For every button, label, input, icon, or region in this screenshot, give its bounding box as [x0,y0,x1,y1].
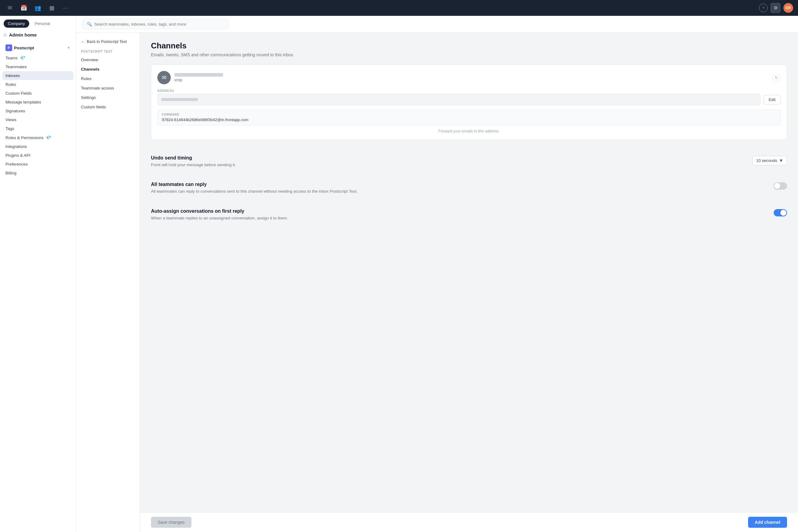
back-link[interactable]: ← Back to Postscript Test [76,37,140,46]
sidebar-item-signatures-label: Signatures [5,109,25,113]
tab-company[interactable]: Company [4,19,29,28]
address-field-group: ADDRESS Edit [157,89,781,105]
add-channel-button[interactable]: Add channel [748,517,787,528]
sub-nav-teammate-access[interactable]: Teammate access [76,83,140,93]
sub-nav-overview[interactable]: Overview [76,55,140,64]
auto-assign-toggle-knob [780,210,786,216]
sidebar-item-plugins-api[interactable]: Plugins & API [2,151,73,160]
back-link-label: Back to Postscript Test [87,39,127,44]
forward-field: FORWARD 97824-614644b2686e086f3b42@in.fr… [157,110,781,126]
collapse-channel-button[interactable]: ↻ [772,73,781,82]
sidebar-group-postscript[interactable]: P Postscript ▼ [2,42,73,53]
sidebar-item-views[interactable]: Views [2,115,73,124]
auto-assign-desc: When a teammate replies to an unassigned… [151,215,766,221]
topbar-right: ? ⚙ ER [759,3,793,13]
calendar-icon[interactable]: 📅 [19,3,28,13]
sidebar-item-tags[interactable]: Tags [2,124,73,133]
analytics-icon[interactable]: ▩ [47,3,57,13]
settings-row-all-reply-right [774,182,787,190]
gem-icon: 💎 [20,55,25,60]
forward-value: 97824-614644b2686e086f3b42@in.frontapp.c… [162,117,776,122]
sub-nav-settings[interactable]: Settings [76,93,140,102]
page-subtitle: Emails, tweets, SMS and other communicat… [151,52,787,57]
sidebar-group-name: Postscript [14,46,34,50]
channel-card: ✉ smtp ↻ ADDRESS [151,64,787,140]
sidebar-item-custom-fields[interactable]: Custom Fields [2,89,73,98]
sub-sidebar: ← Back to Postscript Test POSTSCRIPT TES… [76,33,140,532]
sidebar-item-billing[interactable]: Billing [2,169,73,177]
sub-nav-custom-fields[interactable]: Custom fields [76,102,140,112]
top-search-bar: 🔍 [76,16,798,33]
sidebar-item-integrations[interactable]: Integrations [2,142,73,151]
sub-nav-overview-label: Overview [81,58,98,62]
layout: Company Personal ⌂ Admin home P Postscri… [0,0,798,532]
sidebar-group-left: P Postscript [5,44,34,51]
sidebar-item-preferences-label: Preferences [5,162,28,167]
channel-header: ✉ smtp ↻ [157,71,781,84]
sidebar-item-rules[interactable]: Rules [2,80,73,89]
help-button[interactable]: ? [759,4,767,12]
search-bar[interactable]: 🔍 [82,19,228,29]
settings-row-auto-assign-left: Auto-assign conversations on first reply… [151,208,774,221]
content-area: ← Back to Postscript Test POSTSCRIPT TES… [76,33,798,532]
sidebar-item-inboxes[interactable]: Inboxes [2,71,73,80]
edit-address-button[interactable]: Edit [764,95,781,104]
settings-button[interactable]: ⚙ [771,3,780,13]
address-blur-text [161,98,198,101]
avatar[interactable]: ER [783,3,793,13]
page-content: Channels Emails, tweets, SMS and other c… [140,33,798,512]
settings-row-auto-assign-right [774,209,787,216]
save-changes-button[interactable]: Save changes [151,517,191,528]
sidebar-item-message-templates-label: Message templates [5,100,41,104]
search-icon: 🔍 [87,22,92,26]
sidebar-item-message-templates[interactable]: Message templates [2,98,73,107]
sidebar-item-roles-permissions-label: Roles & Permissions [5,135,43,140]
sidebar-section-main: P Postscript ▼ Teams 💎 Teammates Inboxes… [0,39,76,181]
sub-nav-rules[interactable]: Rules [76,74,140,83]
gem-icon-roles: 💎 [46,135,51,140]
tab-personal[interactable]: Personal [31,19,55,28]
topbar: ✉ 📅 👥 ▩ ⋯ ? ⚙ ER [0,0,798,16]
sub-nav-channels[interactable]: Channels [76,64,140,74]
all-reply-title: All teammates can reply [151,182,766,187]
forward-field-label: FORWARD [162,113,776,116]
sidebar-tabs: Company Personal [0,16,76,28]
all-reply-desc: All teammates can reply to conversations… [151,188,766,194]
chevron-down-icon: ▼ [67,46,70,50]
sidebar-item-billing-label: Billing [5,171,16,175]
chevron-down-icon-dropdown: ▼ [779,158,783,163]
sidebar-item-preferences[interactable]: Preferences [2,160,73,169]
sub-section-label: POSTSCRIPT TEST [76,49,140,55]
undo-send-value: 10 seconds [756,158,777,163]
home-icon: ⌂ [4,32,7,37]
sidebar-item-inboxes-label: Inboxes [5,73,20,78]
inbox-icon[interactable]: ✉ [5,3,15,13]
sidebar-item-teammates[interactable]: Teammates [2,62,73,71]
sidebar-item-roles-permissions[interactable]: Roles & Permissions 💎 [2,133,73,142]
footer-bar: Save changes Add channel [140,512,798,532]
search-input[interactable] [94,22,224,26]
settings-row-all-reply-left: All teammates can reply All teammates ca… [151,182,774,194]
page-title: Channels [151,41,787,51]
sub-nav-rules-label: Rules [81,76,92,81]
undo-send-title: Undo send timing [151,155,745,161]
channel-info: ✉ smtp [157,71,223,84]
contacts-icon[interactable]: 👥 [33,3,43,13]
auto-assign-toggle[interactable] [774,209,787,216]
address-field-label: ADDRESS [157,89,781,93]
undo-send-dropdown[interactable]: 10 seconds ▼ [752,156,787,165]
sidebar-item-teams[interactable]: Teams 💎 [2,53,73,62]
more-icon[interactable]: ⋯ [61,3,71,13]
sidebar-item-tags-label: Tags [5,126,14,131]
undo-send-desc: Front will hold your message before send… [151,162,745,168]
sidebar-item-teams-label: Teams [5,56,18,60]
sidebar-item-rules-label: Rules [5,82,16,87]
channel-name-area: smtp [174,73,223,82]
sidebar-item-signatures[interactable]: Signatures [2,107,73,115]
settings-row-undo-right: 10 seconds ▼ [752,156,787,165]
settings-row-auto-assign: Auto-assign conversations on first reply… [151,202,787,228]
sidebar: Company Personal ⌂ Admin home P Postscri… [0,16,76,532]
admin-home-link[interactable]: ⌂ Admin home [0,28,76,39]
all-reply-toggle[interactable] [774,182,787,190]
settings-row-undo-left: Undo send timing Front will hold your me… [151,155,752,168]
